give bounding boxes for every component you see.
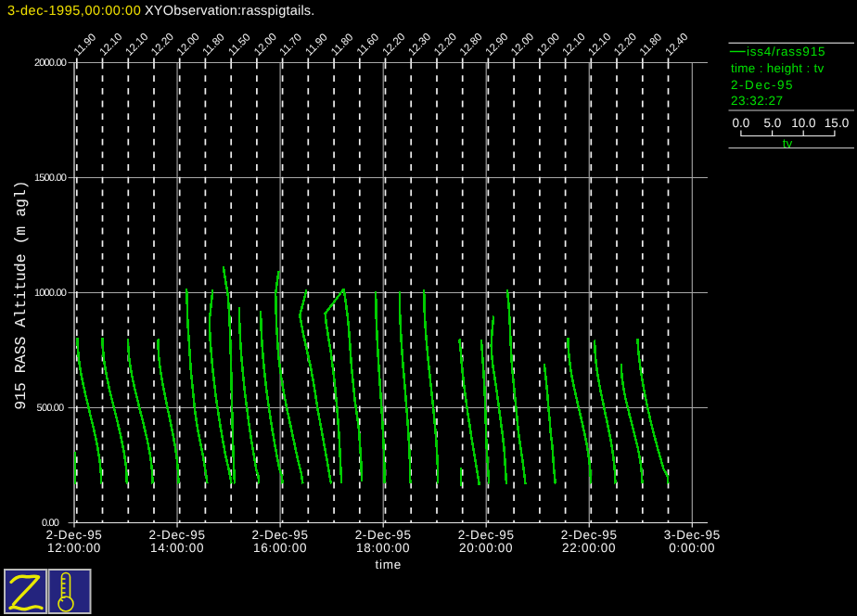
svg-text:1000.00: 1000.00 bbox=[34, 288, 67, 299]
svg-text:2-Dec-95: 2-Dec-95 bbox=[731, 78, 794, 92]
svg-text:23:32:27: 23:32:27 bbox=[731, 94, 784, 108]
svg-text:3-dec-1995,00:00:00: 3-dec-1995,00:00:00 bbox=[7, 4, 141, 19]
svg-text:20:00:00: 20:00:00 bbox=[459, 541, 513, 555]
svg-text:10.0: 10.0 bbox=[791, 116, 815, 130]
svg-text:0:00:00: 0:00:00 bbox=[669, 541, 715, 555]
svg-text:16:00:00: 16:00:00 bbox=[253, 541, 307, 555]
svg-text:2-Dec-95: 2-Dec-95 bbox=[355, 528, 412, 542]
svg-text:15.0: 15.0 bbox=[825, 116, 849, 130]
svg-text:18:00:00: 18:00:00 bbox=[356, 541, 410, 555]
svg-text:time: time bbox=[376, 558, 402, 571]
svg-text:500.00: 500.00 bbox=[37, 403, 65, 414]
svg-text:3-Dec-95: 3-Dec-95 bbox=[664, 528, 721, 542]
svg-text:iss4/rass915: iss4/rass915 bbox=[747, 45, 825, 58]
svg-text:2-Dec-95: 2-Dec-95 bbox=[149, 528, 206, 542]
svg-text:14:00:00: 14:00:00 bbox=[150, 541, 204, 555]
svg-text:2-Dec-95: 2-Dec-95 bbox=[561, 528, 618, 542]
svg-text:2-Dec-95: 2-Dec-95 bbox=[252, 528, 309, 542]
svg-text:12:00:00: 12:00:00 bbox=[47, 541, 101, 555]
svg-text:time : height : tv: time : height : tv bbox=[731, 61, 825, 75]
svg-text:2-Dec-95: 2-Dec-95 bbox=[45, 528, 102, 542]
svg-text:0.0: 0.0 bbox=[733, 116, 750, 130]
svg-text:1500.00: 1500.00 bbox=[34, 173, 67, 184]
svg-text:2000.00: 2000.00 bbox=[34, 58, 67, 69]
svg-text:XYObservation:rasspigtails.: XYObservation:rasspigtails. bbox=[145, 4, 315, 19]
svg-text:5.0: 5.0 bbox=[764, 116, 782, 130]
svg-text:22:00:00: 22:00:00 bbox=[562, 541, 616, 555]
svg-text:2-Dec-95: 2-Dec-95 bbox=[458, 528, 515, 542]
svg-text:915 RASS Altitude (m agl): 915 RASS Altitude (m agl) bbox=[12, 180, 30, 410]
svg-text:tv: tv bbox=[783, 136, 793, 150]
